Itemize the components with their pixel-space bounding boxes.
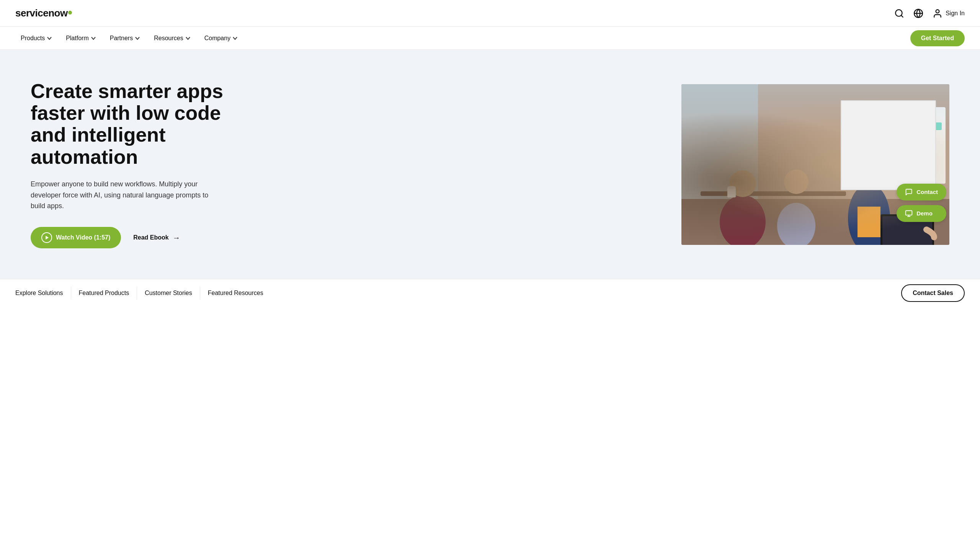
svg-line-1: [901, 15, 903, 17]
svg-rect-14: [858, 207, 880, 237]
bottom-nav-featured-products[interactable]: Featured Products: [71, 287, 137, 300]
play-triangle: [46, 236, 49, 240]
bottom-nav: Explore Solutions Featured Products Cust…: [15, 287, 271, 300]
main-nav: Products Platform Partners Resources Com…: [0, 27, 980, 50]
nav-item-resources[interactable]: Resources: [149, 32, 196, 45]
svg-rect-6: [681, 84, 758, 245]
chevron-down-icon: [91, 36, 96, 41]
chevron-down-icon: [135, 36, 140, 41]
search-icon: [894, 8, 904, 18]
chevron-down-icon: [232, 36, 238, 41]
globe-icon: [913, 8, 923, 18]
svg-rect-18: [888, 134, 926, 138]
arrow-right-icon: →: [173, 233, 180, 242]
chevron-down-icon: [185, 36, 191, 41]
bottom-nav-customer-stories[interactable]: Customer Stories: [137, 287, 200, 300]
contact-sales-button[interactable]: Contact Sales: [901, 284, 965, 302]
chat-icon: [905, 188, 913, 196]
svg-point-11: [777, 203, 815, 245]
language-button[interactable]: [913, 8, 923, 18]
hero-section: Create smarter apps faster with low code…: [0, 50, 980, 279]
svg-rect-19: [888, 141, 934, 145]
nav-item-products[interactable]: Products: [15, 32, 57, 45]
hero-content: Create smarter apps faster with low code…: [31, 80, 245, 248]
bottom-bar: Explore Solutions Featured Products Cust…: [0, 279, 980, 306]
hero-title: Create smarter apps faster with low code…: [31, 80, 245, 168]
hero-actions: Watch Video (1:57) Read Ebook →: [31, 227, 245, 248]
svg-rect-26: [906, 210, 912, 215]
sign-in-button[interactable]: Sign In: [933, 8, 965, 18]
svg-point-12: [784, 170, 808, 194]
logo-dot: [68, 11, 72, 15]
svg-rect-16: [884, 107, 946, 184]
contact-float-button[interactable]: Contact: [897, 184, 946, 201]
sign-in-label: Sign In: [946, 10, 965, 17]
svg-point-10: [729, 170, 756, 197]
svg-rect-8: [701, 191, 846, 196]
bottom-nav-explore[interactable]: Explore Solutions: [15, 287, 71, 300]
play-icon: [41, 232, 52, 243]
monitor-icon: [905, 210, 913, 217]
top-bar: servicenow Sign In: [0, 0, 980, 27]
svg-rect-24: [727, 187, 736, 197]
top-bar-right: Sign In: [894, 8, 965, 18]
nav-items: Products Platform Partners Resources Com…: [15, 32, 243, 45]
demo-float-button[interactable]: Demo: [897, 205, 946, 222]
svg-point-4: [936, 10, 939, 13]
get-started-button[interactable]: Get Started: [910, 30, 965, 46]
logo[interactable]: servicenow: [15, 7, 72, 19]
svg-rect-17: [888, 122, 942, 130]
nav-item-company[interactable]: Company: [199, 32, 243, 45]
svg-rect-20: [888, 148, 919, 152]
svg-point-15: [855, 158, 883, 186]
floating-buttons: Contact Demo: [897, 184, 946, 222]
nav-item-partners[interactable]: Partners: [105, 32, 145, 45]
hero-image: Contact Demo: [681, 84, 949, 245]
logo-text: servicenow: [15, 7, 68, 19]
chevron-down-icon: [47, 36, 52, 41]
hero-subtitle: Empower anyone to build new workflows. M…: [31, 179, 214, 212]
user-icon: [933, 8, 942, 18]
svg-point-9: [720, 195, 766, 245]
svg-point-25: [727, 186, 736, 189]
read-ebook-button[interactable]: Read Ebook →: [133, 233, 180, 242]
svg-point-13: [848, 184, 890, 245]
search-button[interactable]: [894, 8, 904, 18]
nav-item-platform[interactable]: Platform: [60, 32, 101, 45]
watch-video-button[interactable]: Watch Video (1:57): [31, 227, 121, 248]
bottom-nav-featured-resources[interactable]: Featured Resources: [200, 287, 271, 300]
